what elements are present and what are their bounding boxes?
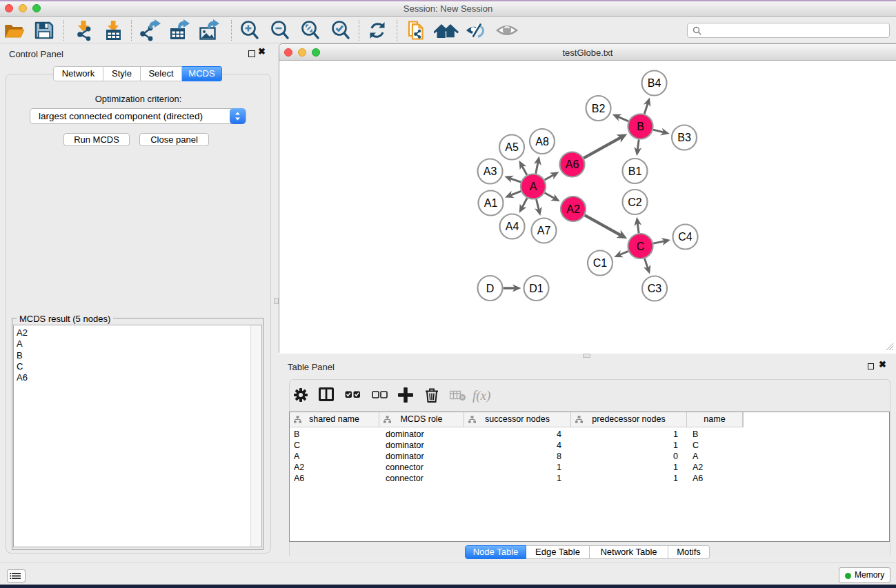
- svg-text:A5: A5: [505, 141, 519, 153]
- svg-text:A3: A3: [484, 165, 497, 177]
- svg-text:C: C: [637, 241, 645, 252]
- svg-text:A: A: [530, 181, 537, 192]
- svg-text:A7: A7: [537, 225, 551, 236]
- svg-text:A1: A1: [484, 197, 498, 209]
- svg-text:A4: A4: [506, 221, 519, 232]
- svg-text:C3: C3: [648, 283, 662, 294]
- svg-text:A2: A2: [566, 203, 580, 215]
- svg-text:A8: A8: [535, 136, 549, 148]
- svg-text:C2: C2: [628, 196, 642, 208]
- svg-text:B2: B2: [592, 103, 606, 114]
- svg-text:C4: C4: [678, 231, 693, 243]
- svg-text:B4: B4: [648, 77, 661, 89]
- svg-text:D1: D1: [529, 283, 544, 294]
- svg-text:D: D: [486, 283, 495, 294]
- svg-text:C1: C1: [593, 257, 608, 269]
- svg-text:A6: A6: [566, 159, 579, 170]
- svg-text:B: B: [637, 121, 644, 132]
- svg-text:B1: B1: [628, 165, 642, 177]
- svg-text:B3: B3: [677, 132, 691, 143]
